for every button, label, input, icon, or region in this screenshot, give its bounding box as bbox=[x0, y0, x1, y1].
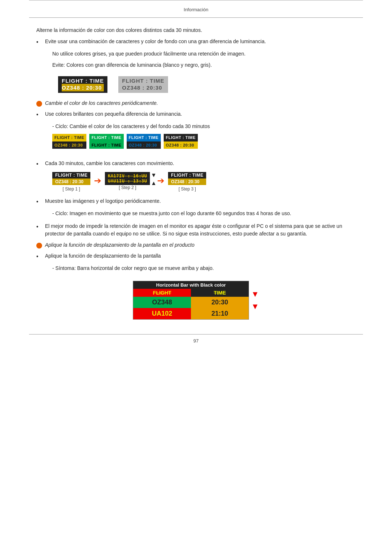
cycle-row: FLIGHT : TIME OZ348 : 20:30 FLIGHT : TIM… bbox=[52, 134, 356, 149]
orange-circle-icon-2 bbox=[36, 243, 42, 249]
bullet-item-4: • Muestre las imágenes y el logotipo per… bbox=[36, 197, 356, 206]
flight-box-gray-row2: OZ348 : 20:30 bbox=[122, 84, 164, 91]
step-1-label: [ Step 1 ] bbox=[63, 186, 80, 192]
step-2-box: KA17IV : 16:UU UAU1IU : 13:3U ▼ ▲ bbox=[105, 172, 150, 185]
bullet-dot-5: • bbox=[36, 222, 44, 238]
flight-box-gray: FLIGHT : TIME OZ348 : 20:30 bbox=[118, 76, 168, 93]
page-wrapper: Información Alterne la información de co… bbox=[0, 0, 392, 365]
flight-box-dark-row2: OZ348 : 20:30 bbox=[62, 84, 104, 91]
flight-box-dark-row1: FLIGHT : TIME bbox=[62, 78, 104, 84]
flight-box-dark: FLIGHT : TIME OZ348 : 20:30 bbox=[58, 76, 107, 93]
step-3-r2: OZ348 : 20:30 bbox=[168, 178, 206, 185]
ld-cell-ua102: UA102 bbox=[133, 308, 191, 319]
bullet-item-5: • El mejor modo de impedir la retención … bbox=[36, 222, 356, 238]
step-1-r2: OZ348 : 20:30 bbox=[52, 178, 90, 185]
page-header: Información bbox=[29, 3, 363, 18]
indent-block-1: No utilice colores grises, ya que pueden… bbox=[52, 50, 356, 69]
ld-col-time: TIME bbox=[191, 289, 249, 297]
arrow-right-1: ➔ bbox=[94, 176, 101, 186]
indent-block-3: - Ciclo: Imagen en movimiento que se mue… bbox=[52, 210, 356, 217]
ld-col-flight: FLIGHT bbox=[133, 289, 191, 297]
step-2-label: [ Step 2 ] bbox=[119, 185, 136, 190]
arrow-right-2: ➔ bbox=[157, 176, 164, 186]
scramble-arrows: ▼ ▲ bbox=[151, 172, 156, 186]
bullet-dot-3: • bbox=[36, 160, 44, 168]
ld-cell-oz348: OZ348 bbox=[133, 297, 191, 308]
bullet-item-2: • Use colores brillantes con pequeña dif… bbox=[36, 110, 356, 119]
step-2-block: KA17IV : 16:UU UAU1IU : 13:3U ▼ ▲ [ Step… bbox=[105, 172, 150, 190]
cycle-box-4-r1: FLIGHT : TIME bbox=[164, 134, 198, 141]
cycle-box-3-r1: FLIGHT : TIME bbox=[127, 134, 161, 141]
step-3-box: FLIGHT : TIME OZ348 : 20:30 bbox=[168, 172, 206, 185]
bullet-item-1: • Evite usar una combinación de caracter… bbox=[36, 38, 356, 46]
cycle-box-1-r1: FLIGHT : TIME bbox=[52, 134, 86, 141]
page-footer: 97 bbox=[29, 334, 363, 344]
step-2-r1: KA17IV : 16:UU bbox=[108, 173, 147, 178]
ld-cell-2030: 20:30 bbox=[191, 297, 249, 308]
header-title: Información bbox=[184, 7, 208, 12]
ld-row-1: OZ348 20:30 bbox=[133, 297, 249, 308]
top-border bbox=[29, 0, 363, 0]
cycle-box-2: FLIGHT : TIME FLIGHT : TIME bbox=[89, 134, 123, 149]
bullet-dot-4: • bbox=[36, 197, 44, 206]
bullet-text-3: Cada 30 minutos, cambie los caracteres c… bbox=[45, 160, 174, 168]
sub-para-3: - Ciclo: Imagen en movimiento que se mue… bbox=[52, 210, 356, 217]
flight-examples: FLIGHT : TIME OZ348 : 20:30 FLIGHT : TIM… bbox=[58, 76, 356, 93]
ld-row-2: UA102 21:10 bbox=[133, 308, 249, 319]
bullet-item-6: • Aplique la función de desplazamiento d… bbox=[36, 252, 356, 261]
sub-para-1: No utilice colores grises, ya que pueden… bbox=[52, 50, 356, 58]
bullet-dot-1: • bbox=[36, 38, 44, 46]
indent-block-4: - Síntoma: Barra horizontal de color neg… bbox=[52, 264, 356, 272]
cycle-box-1-r2: OZ348 : 20:30 bbox=[52, 141, 86, 149]
bullet-item-3: • Cada 30 minutos, cambie los caracteres… bbox=[36, 160, 356, 168]
orange-bullet-2-text: Aplique la función de desplazamiento de … bbox=[45, 242, 195, 248]
display-arrows: ▼ ▼ bbox=[251, 290, 259, 311]
cycle-box-4: FLIGHT : TIME OZ348 : 20:30 bbox=[164, 134, 198, 149]
bullet-text-6: Aplique la función de desplazamiento de … bbox=[45, 252, 161, 261]
orange-circle-icon bbox=[36, 101, 42, 107]
intro-text: Alterne la información de color con dos … bbox=[36, 26, 356, 34]
page-number: 97 bbox=[193, 338, 199, 344]
display-arrow-2: ▼ bbox=[251, 302, 259, 311]
large-display-wrapper: Horizontal Bar with Black color FLIGHT T… bbox=[133, 277, 259, 323]
sub-para-2: Evite: Colores con gran diferencia de lu… bbox=[52, 61, 356, 69]
cycle-box-2-r1: FLIGHT : TIME bbox=[89, 134, 123, 141]
step-1-r1: FLIGHT : TIME bbox=[52, 172, 90, 178]
orange-bullet-1-text: Cambie el color de los caracteres periód… bbox=[45, 100, 158, 106]
step-1-block: FLIGHT : TIME OZ348 : 20:30 [ Step 1 ] bbox=[52, 172, 90, 192]
cycle-box-4-r2: OZ348 : 20:30 bbox=[164, 141, 198, 149]
bullet-text-1: Evite usar una combinación de caracteres… bbox=[45, 38, 266, 46]
cycle-label: - Ciclo: Cambie el color de los caracter… bbox=[52, 123, 356, 130]
step-2-r2: UAU1IU : 13:3U bbox=[108, 178, 147, 184]
cycle-box-3: FLIGHT : TIME OZ348 : 20:30 bbox=[127, 134, 161, 149]
scramble-arrow-down: ▲ bbox=[151, 180, 156, 186]
bullet-dot-2: • bbox=[36, 110, 44, 119]
bullet-text-4: Muestre las imágenes y el logotipo perió… bbox=[45, 197, 161, 206]
step-1-box: FLIGHT : TIME OZ348 : 20:30 bbox=[52, 172, 90, 185]
large-display-container: Horizontal Bar with Black color FLIGHT T… bbox=[36, 277, 356, 323]
steps-row: FLIGHT : TIME OZ348 : 20:30 [ Step 1 ] ➔… bbox=[52, 172, 356, 192]
bullet-text-2: Use colores brillantes con pequeña difer… bbox=[45, 110, 182, 119]
flight-box-gray-row1: FLIGHT : TIME bbox=[122, 78, 164, 84]
sub-para-4: - Síntoma: Barra horizontal de color neg… bbox=[52, 264, 356, 272]
content-area: Alterne la información de color con dos … bbox=[29, 26, 363, 323]
ld-col-headers: FLIGHT TIME bbox=[133, 289, 249, 297]
cycle-box-3-r2: OZ348 : 20:30 bbox=[127, 141, 161, 149]
step-3-r1: FLIGHT : TIME bbox=[168, 172, 206, 178]
orange-bullet-2: Aplique la función de desplazamiento de … bbox=[36, 242, 356, 249]
bullet-dot-6: • bbox=[36, 252, 44, 261]
cycle-box-1: FLIGHT : TIME OZ348 : 20:30 bbox=[52, 134, 86, 149]
ld-header: Horizontal Bar with Black color bbox=[133, 281, 249, 289]
cycle-box-2-r2: FLIGHT : TIME bbox=[89, 141, 123, 149]
large-display: Horizontal Bar with Black color FLIGHT T… bbox=[133, 281, 249, 320]
cycle-label-block: - Ciclo: Cambie el color de los caracter… bbox=[52, 123, 356, 149]
scramble-arrow-up: ▼ bbox=[151, 172, 156, 178]
bullet-text-5: El mejor modo de impedir la retención de… bbox=[45, 222, 356, 238]
orange-bullet-1: Cambie el color de los caracteres periód… bbox=[36, 100, 356, 107]
display-arrow-1: ▼ bbox=[251, 290, 259, 299]
ld-cell-2110: 21:10 bbox=[191, 308, 249, 319]
step-3-block: FLIGHT : TIME OZ348 : 20:30 [ Step 3 ] bbox=[168, 172, 206, 192]
step-3-label: [ Step 3 ] bbox=[179, 186, 196, 192]
